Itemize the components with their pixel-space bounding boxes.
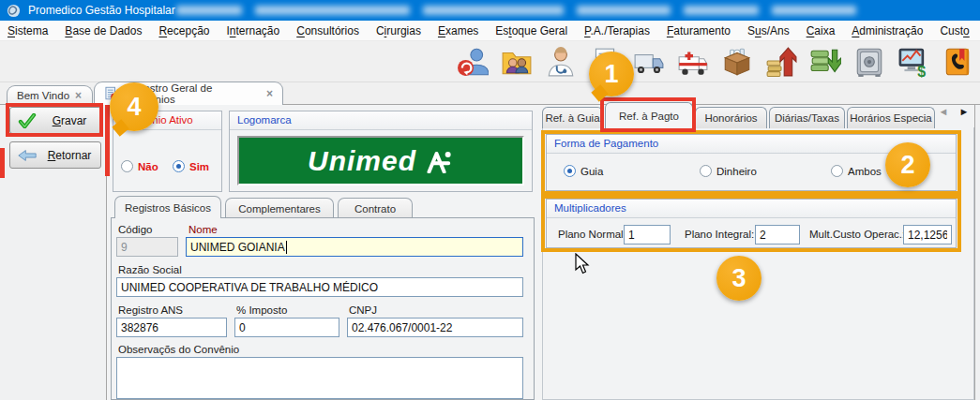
- radio-nao-label: Não: [138, 161, 158, 172]
- tab-close-icon[interactable]: ×: [75, 89, 82, 102]
- ambulance-icon[interactable]: [676, 45, 710, 79]
- cnpj-field[interactable]: [347, 318, 523, 337]
- menu-item-consultorios[interactable]: Consultórios: [296, 24, 359, 37]
- plano-normal-field[interactable]: [624, 225, 671, 244]
- annotation-step-2: 2: [885, 142, 930, 187]
- logomarca-group: Logomarca Unimed: [229, 111, 533, 192]
- menu-item-pa-terapias[interactable]: P.A./Terapias: [584, 24, 650, 37]
- svg-text:$: $: [917, 64, 926, 78]
- back-button[interactable]: Retornar: [9, 141, 101, 169]
- mult-custo-operac-field[interactable]: [903, 225, 952, 244]
- menu-item-caixa[interactable]: Caixa: [807, 24, 836, 37]
- tab-contrato[interactable]: Contrato: [338, 198, 413, 218]
- back-button-label: Retornar: [46, 149, 93, 162]
- observacoes-field[interactable]: [116, 357, 523, 399]
- phone-directory-icon[interactable]: [941, 45, 974, 79]
- radio-ambos-label: Ambos: [848, 166, 882, 177]
- menu-item-sus-ans[interactable]: Sus/Ans: [747, 24, 790, 37]
- unimed-logo: Unimed: [237, 136, 524, 185]
- radio-dinheiro[interactable]: Dinheiro: [700, 165, 757, 177]
- toolbar: $: [0, 41, 980, 82]
- mouse-cursor: [575, 253, 591, 275]
- billing-up-icon[interactable]: [764, 45, 798, 79]
- safe-icon[interactable]: [852, 45, 886, 79]
- radio-sim-label: Sim: [189, 161, 209, 172]
- redacted-version-info: [176, 6, 856, 15]
- money-down-icon[interactable]: [808, 45, 842, 79]
- nome-label: Nome: [188, 224, 218, 235]
- tab-diarias-taxas[interactable]: Diárias/Taxas: [769, 107, 845, 128]
- window-title: Promedico Gestão Hospitalar: [28, 4, 175, 17]
- codigo-label: Código: [118, 224, 152, 235]
- app-icon: [7, 4, 21, 18]
- text-caret: [286, 241, 287, 254]
- doctor-icon[interactable]: [544, 45, 578, 79]
- save-button-label: Gravar: [46, 114, 93, 127]
- nome-field[interactable]: UNIMED GOIANIA: [186, 237, 523, 257]
- tab-registros-basicos[interactable]: Registros Básicos: [114, 196, 221, 218]
- menu-item-faturamento[interactable]: Faturamento: [667, 24, 731, 37]
- radio-ambos[interactable]: Ambos: [831, 165, 882, 177]
- finance-terminal-icon[interactable]: $: [897, 45, 930, 79]
- scroll-right-icon[interactable]: ►: [957, 106, 971, 117]
- patients-folder-icon[interactable]: [500, 45, 534, 79]
- multiplicadores-group: Multiplicadores Plano Normal: Plano Inte…: [546, 199, 957, 248]
- imposto-field[interactable]: [234, 318, 339, 337]
- plano-integral-field[interactable]: [755, 225, 800, 244]
- tab-complementares-label: Complementares: [238, 203, 321, 215]
- radio-nao[interactable]: Não: [121, 160, 158, 172]
- tab-bem-vindo-label: Bem Vindo: [17, 90, 69, 101]
- tab-honorarios-label: Honorários: [704, 112, 757, 124]
- menu-item-sistema[interactable]: Sistema: [8, 24, 48, 37]
- radio-dot-icon[interactable]: [173, 160, 185, 172]
- tab-close-icon[interactable]: ×: [266, 87, 273, 100]
- annotation-step-4: 4: [110, 82, 158, 131]
- toolbar-icons: $: [456, 45, 974, 79]
- radio-dot-icon[interactable]: [564, 165, 576, 177]
- codigo-field: 9: [116, 237, 178, 257]
- observacoes-label: Observaçõs do Convênio: [118, 344, 239, 355]
- razao-social-field[interactable]: [116, 277, 523, 297]
- supplies-box-icon[interactable]: [720, 45, 754, 79]
- plano-integral-label: Plano Integral:: [685, 229, 754, 240]
- menu-item-base-de-dados[interactable]: Base de Dados: [65, 24, 142, 37]
- tab-registros-basicos-label: Registros Básicos: [125, 202, 211, 214]
- save-button[interactable]: Gravar: [9, 107, 101, 134]
- cnpj-label: CNPJ: [349, 304, 377, 316]
- tab-bem-vindo[interactable]: Bem Vindo ×: [7, 85, 93, 105]
- radio-circle-icon[interactable]: [121, 160, 133, 172]
- annotation-step-3: 3: [716, 256, 761, 301]
- tab-ref-a-guia[interactable]: Ref. à Guia: [542, 107, 603, 128]
- tab-ref-a-pagto[interactable]: Ref. à Pagto: [605, 102, 693, 128]
- tab-honorarios[interactable]: Honorários: [695, 107, 767, 128]
- annotation-step-1: 1: [589, 52, 634, 96]
- tab-horarios-especiais-label: Horários Especia: [850, 112, 932, 124]
- imposto-label: % Imposto: [236, 304, 287, 316]
- menu-item-cirurgias[interactable]: Cirurgias: [376, 24, 421, 37]
- refresh-patient-icon[interactable]: [456, 45, 490, 79]
- tab-horarios-especiais[interactable]: Horários Especia: [847, 107, 935, 128]
- tab-scroll-buttons: ◄ ►: [937, 106, 971, 117]
- tab-ref-a-guia-label: Ref. à Guia: [545, 112, 599, 124]
- menu-item-custo[interactable]: Custo: [940, 24, 969, 37]
- unimed-symbol-icon: [426, 149, 454, 173]
- registro-ans-field[interactable]: [116, 318, 227, 337]
- menu-item-estoque-geral[interactable]: Estoque Geral: [495, 24, 567, 37]
- menu-item-administracao[interactable]: Administração: [852, 24, 923, 37]
- menu-item-recepcao[interactable]: Recepção: [158, 24, 209, 37]
- title-bar: Promedico Gestão Hospitalar: [0, 0, 980, 21]
- tab-ref-a-pagto-label: Ref. à Pagto: [619, 111, 679, 122]
- radio-guia[interactable]: Guia: [564, 165, 603, 177]
- tab-complementares[interactable]: Complementares: [225, 198, 334, 218]
- razao-social-label: Razão Social: [118, 264, 182, 275]
- logomarca-title: Logomarca: [230, 111, 532, 130]
- menu-item-exames[interactable]: Exames: [438, 24, 478, 37]
- radio-circle-icon[interactable]: [700, 165, 712, 177]
- radio-sim[interactable]: Sim: [173, 160, 209, 172]
- scroll-left-icon[interactable]: ◄: [937, 106, 950, 117]
- menu-item-internacao[interactable]: Internação: [226, 24, 279, 37]
- radio-circle-icon[interactable]: [831, 165, 843, 177]
- radio-dinheiro-label: Dinheiro: [716, 166, 757, 177]
- truck-icon[interactable]: [632, 45, 666, 79]
- multiplicadores-title: Multiplicadores: [547, 200, 956, 218]
